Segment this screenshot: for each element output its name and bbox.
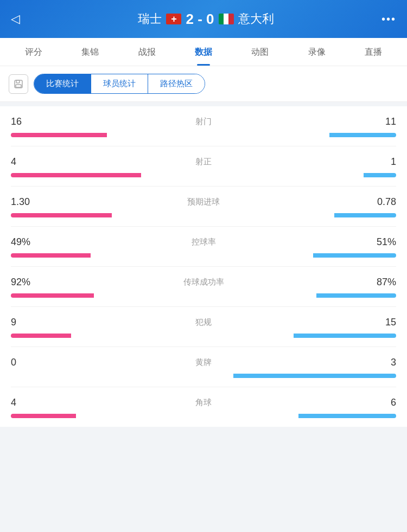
svg-rect-2 (16, 85, 21, 87)
stat-bars (11, 293, 396, 298)
stat-category-name: 犯规 (195, 317, 212, 328)
home-bar (11, 173, 141, 177)
stat-row: 9犯规15 (11, 307, 396, 347)
home-bar (11, 293, 94, 298)
stat-row: 1.30预期进球0.78 (11, 187, 396, 227)
home-bar (11, 133, 107, 137)
stat-bars (11, 334, 396, 338)
stat-row: 16射门11 (11, 106, 396, 146)
sub-tab-bar: 比赛统计 球员统计 路径热区 (0, 66, 407, 102)
tab-live[interactable]: 直播 (360, 38, 386, 66)
stat-labels: 1.30预期进球0.78 (11, 196, 396, 208)
away-bar (313, 253, 396, 258)
stats-sub-tabs: 比赛统计 球员统计 路径热区 (34, 74, 205, 94)
home-bar (11, 334, 71, 338)
away-bar (233, 374, 396, 378)
home-bar (11, 414, 76, 418)
stat-category-name: 角球 (195, 398, 212, 408)
stat-home-value: 1.30 (11, 196, 43, 208)
home-bar (11, 213, 112, 217)
sub-tab-heatmap[interactable]: 路径热区 (148, 74, 205, 93)
save-button[interactable] (9, 74, 28, 94)
tab-video[interactable]: 录像 (304, 38, 330, 66)
stat-labels: 49%控球率51% (11, 236, 396, 248)
stat-away-value: 15 (364, 317, 396, 328)
stat-labels: 4角球6 (11, 397, 396, 408)
back-button[interactable]: ◁ (11, 12, 30, 26)
away-bar (329, 133, 396, 137)
more-options-button[interactable]: ••• (381, 13, 396, 25)
stat-bars (11, 414, 396, 418)
tab-animation[interactable]: 动图 (247, 38, 273, 66)
away-team-flag (219, 14, 234, 24)
away-bar (298, 414, 396, 418)
match-score: 2 - 0 (186, 11, 214, 28)
away-bar (294, 334, 396, 338)
stat-away-value: 6 (364, 397, 396, 408)
stat-home-value: 9 (11, 317, 43, 328)
tab-report[interactable]: 战报 (134, 38, 160, 66)
stat-row: 4角球6 (11, 387, 396, 427)
stat-labels: 92%传球成功率87% (11, 277, 396, 288)
match-info: 瑞士 2 - 0 意大利 (138, 11, 274, 28)
stat-away-value: 11 (364, 116, 396, 127)
stat-row: 92%传球成功率87% (11, 267, 396, 307)
match-header: ◁ 瑞士 2 - 0 意大利 ••• (0, 0, 407, 38)
home-team-name: 瑞士 (138, 11, 162, 27)
stat-bars (11, 173, 396, 177)
stat-labels: 0黄牌3 (11, 357, 396, 368)
stat-home-value: 0 (11, 357, 43, 368)
save-icon (14, 79, 23, 89)
stat-home-value: 4 (11, 397, 43, 408)
sub-tab-player-stats[interactable]: 球员统计 (91, 74, 148, 93)
stat-bars (11, 374, 396, 378)
away-bar (316, 293, 396, 298)
svg-rect-1 (16, 80, 20, 83)
stat-row: 0黄牌3 (11, 347, 396, 387)
stat-bars (11, 253, 396, 258)
stats-panel: 16射门114射正11.30预期进球0.7849%控球率51%92%传球成功率8… (0, 106, 407, 427)
tab-rating[interactable]: 评分 (21, 38, 47, 66)
stat-away-value: 0.78 (364, 196, 396, 208)
stat-labels: 9犯规15 (11, 317, 396, 328)
stat-labels: 4射正1 (11, 156, 396, 168)
stat-category-name: 射正 (195, 157, 212, 167)
tab-data[interactable]: 数据 (190, 38, 217, 66)
away-bar (334, 213, 396, 217)
stat-category-name: 控球率 (192, 237, 216, 247)
stat-labels: 16射门11 (11, 116, 396, 127)
tab-highlights[interactable]: 集锦 (77, 38, 103, 66)
away-bar (364, 173, 396, 177)
stat-home-value: 4 (11, 156, 43, 168)
stat-row: 4射正1 (11, 146, 396, 187)
home-bar (11, 253, 91, 258)
stat-category-name: 预期进球 (187, 197, 220, 207)
away-team-name: 意大利 (238, 11, 274, 27)
nav-tab-bar: 评分 集锦 战报 数据 动图 录像 直播 (0, 38, 407, 66)
stat-away-value: 3 (364, 357, 396, 368)
stat-category-name: 黄牌 (195, 357, 212, 368)
stat-home-value: 49% (11, 236, 43, 248)
stat-bars (11, 133, 396, 137)
stat-row: 49%控球率51% (11, 227, 396, 267)
stat-home-value: 16 (11, 116, 43, 127)
stat-away-value: 87% (364, 277, 396, 288)
stat-category-name: 射门 (195, 117, 212, 127)
stat-away-value: 51% (364, 236, 396, 248)
stat-home-value: 92% (11, 277, 43, 288)
stat-bars (11, 213, 396, 217)
home-team-flag (166, 14, 181, 24)
stat-away-value: 1 (364, 156, 396, 168)
stat-category-name: 传球成功率 (183, 277, 224, 287)
sub-tab-match-stats[interactable]: 比赛统计 (34, 74, 91, 93)
